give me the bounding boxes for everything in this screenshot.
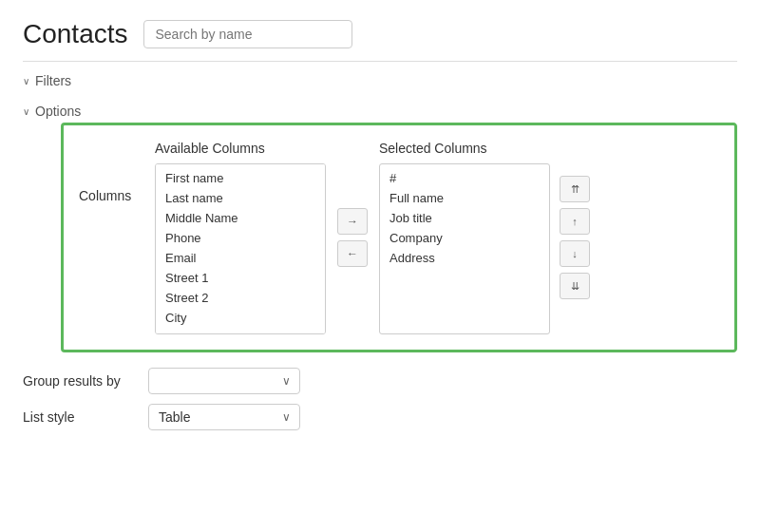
filters-toggle[interactable]: ∨ Filters [23,73,737,88]
group-results-select[interactable] [148,368,300,394]
move-up-button[interactable]: ↑ [560,208,590,235]
list-style-select[interactable]: TableListGrid [148,404,300,430]
move-bottom-button[interactable]: ⇊ [560,273,590,299]
columns-panel: Available Columns First nameLast nameMid… [155,141,590,334]
filters-chevron-icon: ∨ [23,76,29,86]
group-results-row: Group results by [23,368,737,394]
options-label: Options [35,104,81,119]
list-item[interactable]: Job title [380,208,549,228]
list-item[interactable]: Street 2 [156,288,325,308]
list-item[interactable]: Phone [156,228,325,248]
list-item[interactable]: Full name [380,188,549,208]
group-results-label: Group results by [23,373,137,389]
list-item[interactable]: Company [380,228,549,248]
options-toggle[interactable]: ∨ Options [23,104,737,119]
options-box: Columns Available Columns First nameLast… [61,123,737,352]
move-down-button[interactable]: ↓ [560,240,590,267]
page-title: Contacts [23,19,128,49]
available-columns-label: Available Columns [155,141,326,156]
list-item[interactable]: # [380,168,549,188]
group-results-select-wrapper [148,368,300,394]
list-item[interactable]: Middle Name [156,208,325,228]
selected-columns-label: Selected Columns [379,141,550,156]
order-buttons: ⇈ ↑ ↓ ⇊ [560,176,590,299]
selected-columns-container: Selected Columns #Full nameJob titleComp… [379,141,550,334]
list-item[interactable]: City [156,308,325,328]
list-item[interactable]: Last name [156,188,325,208]
filters-section: ∨ Filters [23,73,737,88]
move-top-button[interactable]: ⇈ [560,176,590,202]
transfer-buttons: → ← [337,208,368,267]
available-columns-container: Available Columns First nameLast nameMid… [155,141,326,334]
move-right-button[interactable]: → [337,208,368,235]
options-chevron-icon: ∨ [23,106,29,117]
available-columns-list[interactable]: First nameLast nameMiddle NamePhoneEmail… [155,163,326,334]
list-item[interactable]: Email [156,248,325,268]
selected-columns-list[interactable]: #Full nameJob titleCompanyAddress [379,163,550,334]
list-item[interactable]: State [156,328,325,334]
list-item[interactable]: Address [380,248,549,268]
list-style-select-wrapper: TableListGrid [148,404,300,430]
list-style-row: List style TableListGrid [23,404,737,430]
header-divider [23,61,737,62]
search-input[interactable] [143,20,352,48]
list-style-label: List style [23,409,137,425]
columns-label: Columns [79,141,155,203]
options-section: ∨ Options Columns Available Columns Firs… [23,104,737,352]
move-left-button[interactable]: ← [337,240,368,267]
filters-label: Filters [35,73,71,88]
list-item[interactable]: Street 1 [156,268,325,288]
list-item[interactable]: First name [156,168,325,188]
page-header: Contacts [23,19,737,49]
selected-columns-wrapper: Selected Columns #Full nameJob titleComp… [379,141,590,334]
